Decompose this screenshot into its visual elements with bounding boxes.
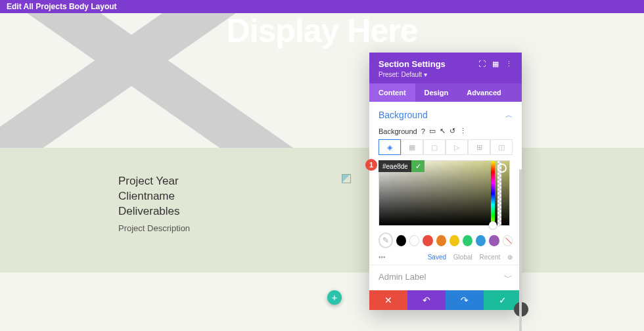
panel-body: Background ︿ Background ? ▭ ↖ ↺ ⋮ ◈ ▦ ▢ … xyxy=(369,102,522,265)
bg-type-color[interactable]: ◈ xyxy=(379,139,401,155)
grid-icon[interactable]: ▦ xyxy=(492,60,499,68)
swatch-none[interactable] xyxy=(503,235,513,246)
admin-label-title: Admin Label xyxy=(379,272,426,284)
saved-link[interactable]: Saved xyxy=(428,254,446,261)
broken-image-icon xyxy=(342,174,351,183)
help-icon[interactable]: ? xyxy=(421,127,425,135)
tab-advanced[interactable]: Advanced xyxy=(457,83,511,102)
top-bar-title: Edit All Projects Body Layout xyxy=(7,2,117,11)
panel-header[interactable]: Section Settings ⛶ ▦ ⋮ Preset: Default ▾ xyxy=(369,53,522,83)
global-link[interactable]: Global xyxy=(453,254,472,261)
swatch-black[interactable] xyxy=(396,235,406,246)
swatch-orange[interactable] xyxy=(436,235,446,246)
panel-footer: ✕ ↶ ↷ ✓ xyxy=(369,290,522,310)
color-picker: 1 ✓ ✎ xyxy=(379,160,513,261)
expand-icon[interactable]: ⛶ xyxy=(478,60,486,68)
redo-button[interactable]: ↷ xyxy=(446,290,484,310)
swatch-row: ✎ xyxy=(379,232,513,248)
hue-slider[interactable] xyxy=(491,161,495,227)
swatch-red[interactable] xyxy=(423,235,432,246)
settings-panel: Section Settings ⛶ ▦ ⋮ Preset: Default ▾… xyxy=(369,53,522,310)
chevron-down-icon: ﹀ xyxy=(504,272,513,284)
top-bar: Edit All Projects Body Layout xyxy=(0,0,644,13)
background-type-tabs: ◈ ▦ ▢ ▷ ⊞ ◫ xyxy=(379,139,513,155)
responsive-icon[interactable]: ▭ xyxy=(429,127,436,135)
project-section: Project Year Clientname Deliverables Pro… xyxy=(0,148,644,273)
hex-input[interactable] xyxy=(379,160,411,172)
scrollbar[interactable] xyxy=(519,169,522,331)
hero-title: Display Here xyxy=(0,12,644,50)
add-section-button[interactable]: + xyxy=(327,290,342,305)
swatch-blue[interactable] xyxy=(476,235,486,246)
recent-link[interactable]: Recent xyxy=(480,254,501,261)
admin-label-section[interactable]: Admin Label ﹀ xyxy=(369,265,522,290)
undo-button[interactable]: ↶ xyxy=(407,290,446,310)
bg-type-image[interactable]: ▢ xyxy=(423,139,446,155)
bg-type-video[interactable]: ▷ xyxy=(446,139,468,155)
eyedropper-button[interactable]: ✎ xyxy=(379,232,393,248)
background-field-label: Background xyxy=(379,127,417,135)
chevron-up-icon[interactable]: ︿ xyxy=(505,110,513,120)
swatch-yellow[interactable] xyxy=(449,235,459,246)
panel-tabs: Content Design Advanced xyxy=(369,83,522,102)
annotation-step-1: 1 xyxy=(365,159,377,171)
swatch-green[interactable] xyxy=(463,235,472,246)
more-dots-icon[interactable]: ••• xyxy=(379,254,386,261)
swatch-white[interactable] xyxy=(409,235,419,246)
tab-content[interactable]: Content xyxy=(369,83,415,102)
cancel-button[interactable]: ✕ xyxy=(369,290,407,310)
tab-design[interactable]: Design xyxy=(415,83,458,102)
hex-confirm-button[interactable]: ✓ xyxy=(411,160,425,172)
preset-label[interactable]: Preset: Default ▾ xyxy=(379,71,513,78)
bg-type-mask[interactable]: ◫ xyxy=(490,139,513,155)
swatch-purple[interactable] xyxy=(489,235,499,246)
alpha-slider[interactable] xyxy=(497,161,501,227)
reset-icon[interactable]: ↺ xyxy=(449,127,455,135)
bg-type-gradient[interactable]: ▦ xyxy=(401,139,423,155)
kebab-icon[interactable]: ⋮ xyxy=(505,60,513,68)
panel-title: Section Settings xyxy=(379,59,446,69)
bg-type-pattern[interactable]: ⊞ xyxy=(468,139,490,155)
add-swatch-icon[interactable]: ⊕ xyxy=(507,254,513,261)
more-icon[interactable]: ⋮ xyxy=(459,127,467,135)
hover-icon[interactable]: ↖ xyxy=(440,127,446,135)
background-section-title[interactable]: Background xyxy=(379,110,428,120)
